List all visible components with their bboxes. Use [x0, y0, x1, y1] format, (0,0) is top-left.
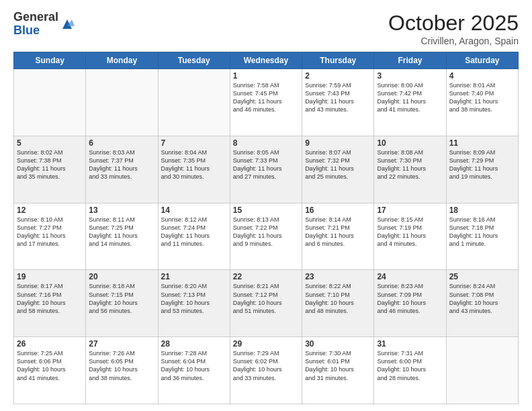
day-number: 21	[161, 272, 227, 281]
calendar-cell: 15Sunrise: 8:13 AM Sunset: 7:22 PM Dayli…	[230, 203, 302, 270]
calendar-cell: 11Sunrise: 8:09 AM Sunset: 7:29 PM Dayli…	[446, 136, 518, 203]
calendar-cell: 23Sunrise: 8:22 AM Sunset: 7:10 PM Dayli…	[302, 270, 374, 337]
day-info: Sunrise: 7:31 AM Sunset: 6:00 PM Dayligh…	[377, 349, 443, 382]
calendar-cell: 16Sunrise: 8:14 AM Sunset: 7:21 PM Dayli…	[302, 203, 374, 270]
calendar-cell: 27Sunrise: 7:26 AM Sunset: 6:05 PM Dayli…	[86, 337, 158, 404]
day-number: 23	[305, 272, 371, 281]
week-row-2: 12Sunrise: 8:10 AM Sunset: 7:27 PM Dayli…	[14, 203, 519, 270]
day-number: 4	[449, 71, 515, 81]
day-info: Sunrise: 8:20 AM Sunset: 7:13 PM Dayligh…	[161, 282, 227, 315]
day-number: 20	[89, 272, 154, 281]
day-info: Sunrise: 8:10 AM Sunset: 7:27 PM Dayligh…	[17, 216, 83, 248]
logo-blue: Blue	[13, 24, 58, 38]
calendar-cell: 3Sunrise: 8:00 AM Sunset: 7:42 PM Daylig…	[374, 69, 446, 136]
day-number: 18	[449, 205, 515, 215]
day-headers-row: SundayMondayTuesdayWednesdayThursdayFrid…	[14, 52, 519, 69]
col-header-thursday: Thursday	[302, 52, 374, 69]
day-info: Sunrise: 7:29 AM Sunset: 6:02 PM Dayligh…	[233, 349, 299, 382]
day-number: 6	[89, 138, 154, 148]
header: General Blue October 2025 Crivillen, Ara…	[13, 11, 519, 46]
calendar-cell: 6Sunrise: 8:03 AM Sunset: 7:37 PM Daylig…	[86, 136, 158, 203]
day-number: 7	[161, 138, 227, 148]
col-header-sunday: Sunday	[14, 52, 86, 69]
day-info: Sunrise: 7:59 AM Sunset: 7:43 PM Dayligh…	[305, 81, 371, 114]
day-number: 1	[233, 71, 299, 81]
day-info: Sunrise: 8:03 AM Sunset: 7:37 PM Dayligh…	[89, 148, 154, 181]
day-number: 29	[233, 339, 299, 349]
logo-general: General	[13, 11, 58, 24]
day-info: Sunrise: 8:12 AM Sunset: 7:24 PM Dayligh…	[161, 216, 227, 248]
col-header-monday: Monday	[86, 52, 158, 69]
day-number: 2	[305, 71, 371, 81]
col-header-wednesday: Wednesday	[230, 52, 302, 69]
month-title: October 2025	[388, 11, 519, 36]
calendar-cell: 5Sunrise: 8:02 AM Sunset: 7:38 PM Daylig…	[14, 136, 86, 203]
day-number: 26	[17, 339, 83, 349]
day-info: Sunrise: 8:04 AM Sunset: 7:35 PM Dayligh…	[161, 148, 227, 181]
day-info: Sunrise: 8:13 AM Sunset: 7:22 PM Dayligh…	[233, 216, 299, 248]
calendar-cell: 20Sunrise: 8:18 AM Sunset: 7:15 PM Dayli…	[86, 270, 158, 337]
day-number: 15	[233, 205, 299, 215]
day-info: Sunrise: 7:28 AM Sunset: 6:04 PM Dayligh…	[161, 349, 227, 382]
day-number: 30	[305, 339, 371, 349]
day-number: 19	[17, 272, 83, 281]
day-info: Sunrise: 7:25 AM Sunset: 6:06 PM Dayligh…	[17, 349, 83, 382]
calendar-cell: 12Sunrise: 8:10 AM Sunset: 7:27 PM Dayli…	[14, 203, 86, 270]
calendar-cell: 18Sunrise: 8:16 AM Sunset: 7:18 PM Dayli…	[446, 203, 518, 270]
calendar-table: SundayMondayTuesdayWednesdayThursdayFrid…	[13, 52, 519, 404]
col-header-saturday: Saturday	[446, 52, 518, 69]
day-number: 28	[161, 339, 227, 349]
day-info: Sunrise: 8:14 AM Sunset: 7:21 PM Dayligh…	[305, 216, 371, 248]
day-number: 31	[377, 339, 443, 349]
day-info: Sunrise: 7:26 AM Sunset: 6:05 PM Dayligh…	[89, 349, 154, 382]
week-row-1: 5Sunrise: 8:02 AM Sunset: 7:38 PM Daylig…	[14, 136, 519, 203]
week-row-3: 19Sunrise: 8:17 AM Sunset: 7:16 PM Dayli…	[14, 270, 519, 337]
calendar-cell: 21Sunrise: 8:20 AM Sunset: 7:13 PM Dayli…	[158, 270, 230, 337]
day-number: 27	[89, 339, 154, 349]
calendar-cell: 19Sunrise: 8:17 AM Sunset: 7:16 PM Dayli…	[14, 270, 86, 337]
day-info: Sunrise: 8:23 AM Sunset: 7:09 PM Dayligh…	[377, 282, 443, 315]
logo-icon	[60, 17, 75, 32]
calendar-cell	[446, 337, 518, 404]
day-number: 11	[449, 138, 515, 148]
page: General Blue October 2025 Crivillen, Ara…	[0, 0, 532, 411]
calendar-cell	[158, 69, 230, 136]
calendar-cell: 8Sunrise: 8:05 AM Sunset: 7:33 PM Daylig…	[230, 136, 302, 203]
week-row-4: 26Sunrise: 7:25 AM Sunset: 6:06 PM Dayli…	[14, 337, 519, 404]
day-number: 13	[89, 205, 154, 215]
day-info: Sunrise: 7:30 AM Sunset: 6:01 PM Dayligh…	[305, 349, 371, 382]
day-number: 17	[377, 205, 443, 215]
col-header-tuesday: Tuesday	[158, 52, 230, 69]
day-number: 10	[377, 138, 443, 148]
logo: General Blue	[13, 11, 75, 38]
day-number: 24	[377, 272, 443, 281]
day-number: 22	[233, 272, 299, 281]
calendar-cell: 4Sunrise: 8:01 AM Sunset: 7:40 PM Daylig…	[446, 69, 518, 136]
location: Crivillen, Aragon, Spain	[388, 36, 519, 46]
col-header-friday: Friday	[374, 52, 446, 69]
day-info: Sunrise: 8:07 AM Sunset: 7:32 PM Dayligh…	[305, 148, 371, 181]
calendar-cell: 30Sunrise: 7:30 AM Sunset: 6:01 PM Dayli…	[302, 337, 374, 404]
calendar-cell: 26Sunrise: 7:25 AM Sunset: 6:06 PM Dayli…	[14, 337, 86, 404]
day-info: Sunrise: 8:00 AM Sunset: 7:42 PM Dayligh…	[377, 81, 443, 114]
day-info: Sunrise: 8:15 AM Sunset: 7:19 PM Dayligh…	[377, 216, 443, 248]
calendar-cell: 31Sunrise: 7:31 AM Sunset: 6:00 PM Dayli…	[374, 337, 446, 404]
calendar-cell: 14Sunrise: 8:12 AM Sunset: 7:24 PM Dayli…	[158, 203, 230, 270]
day-number: 8	[233, 138, 299, 148]
calendar-cell: 13Sunrise: 8:11 AM Sunset: 7:25 PM Dayli…	[86, 203, 158, 270]
day-number: 14	[161, 205, 227, 215]
day-info: Sunrise: 8:01 AM Sunset: 7:40 PM Dayligh…	[449, 81, 515, 114]
calendar-cell: 29Sunrise: 7:29 AM Sunset: 6:02 PM Dayli…	[230, 337, 302, 404]
day-info: Sunrise: 8:16 AM Sunset: 7:18 PM Dayligh…	[449, 216, 515, 248]
calendar-cell: 1Sunrise: 7:58 AM Sunset: 7:45 PM Daylig…	[230, 69, 302, 136]
day-info: Sunrise: 8:21 AM Sunset: 7:12 PM Dayligh…	[233, 282, 299, 315]
day-info: Sunrise: 8:02 AM Sunset: 7:38 PM Dayligh…	[17, 148, 83, 181]
calendar-cell: 25Sunrise: 8:24 AM Sunset: 7:08 PM Dayli…	[446, 270, 518, 337]
calendar-cell: 28Sunrise: 7:28 AM Sunset: 6:04 PM Dayli…	[158, 337, 230, 404]
day-info: Sunrise: 8:08 AM Sunset: 7:30 PM Dayligh…	[377, 148, 443, 181]
calendar-cell: 17Sunrise: 8:15 AM Sunset: 7:19 PM Dayli…	[374, 203, 446, 270]
day-info: Sunrise: 7:58 AM Sunset: 7:45 PM Dayligh…	[233, 81, 299, 114]
day-info: Sunrise: 8:11 AM Sunset: 7:25 PM Dayligh…	[89, 216, 154, 248]
day-number: 3	[377, 71, 443, 81]
day-number: 25	[449, 272, 515, 281]
